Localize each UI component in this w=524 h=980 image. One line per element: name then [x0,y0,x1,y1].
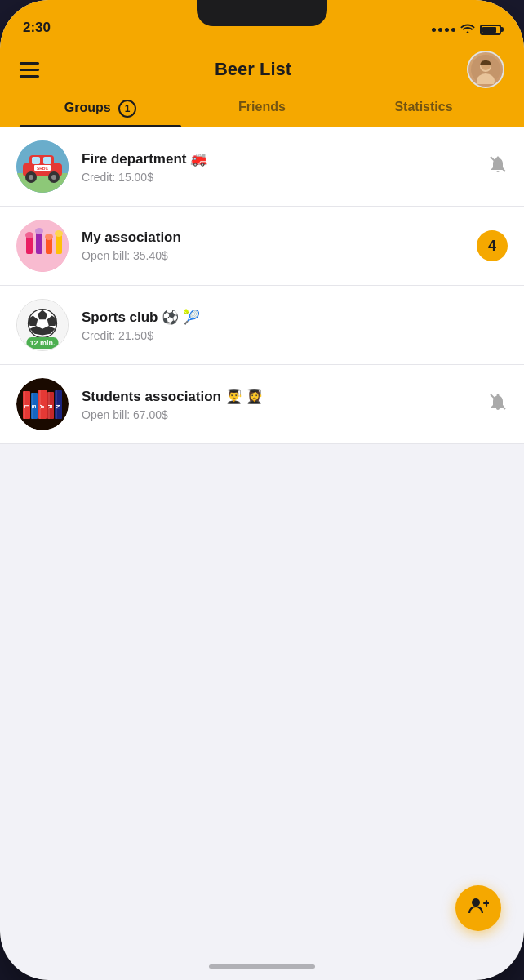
svg-rect-18 [26,236,33,254]
list-item[interactable]: 12 min. Sports club ⚽ 🎾 Credit: 21.50$ [0,286,524,365]
group-avatar-fire: SRBC [16,140,69,193]
tabs-bar: Groups 1 Friends Statistics [0,88,524,127]
group-sub: Open bill: 35.40$ [82,249,467,262]
group-avatar-assoc [16,220,69,272]
status-time: 2:30 [23,20,51,36]
svg-rect-21 [56,234,62,254]
group-avatar-students: L E A R N [16,378,69,430]
status-icons [432,23,501,36]
svg-rect-19 [36,232,42,254]
group-name: Fire department 🚒 [82,150,478,167]
svg-point-50 [472,898,480,906]
list-item[interactable]: My association Open bill: 35.40$ 4 [0,207,524,286]
tab-groups[interactable]: Groups 1 [20,100,181,127]
group-info-students: Students association 👨‍🎓 👩‍🎓 Open bill: … [82,388,478,421]
avatar-image [468,52,503,87]
notification-action-assoc[interactable]: 4 [477,230,508,261]
group-name: Sports club ⚽ 🎾 [82,309,498,326]
wifi-icon [460,23,475,36]
page-title: Beer List [215,59,291,80]
svg-point-22 [25,232,33,238]
svg-point-25 [55,230,63,237]
battery-icon [480,24,501,35]
notification-action-fire[interactable] [488,154,508,179]
signal-icon [432,28,455,32]
group-info-assoc: My association Open bill: 35.40$ [82,229,467,262]
home-indicator [209,964,315,969]
phone-screen: 2:30 [0,0,524,980]
bell-muted-icon [488,154,508,179]
group-sub: Credit: 21.50$ [82,329,498,342]
phone-frame: 2:30 [0,0,524,980]
header: Beer List [0,42,524,88]
time-badge: 12 min. [26,337,58,349]
groups-badge: 1 [118,100,136,118]
tab-statistics[interactable]: Statistics [343,100,504,127]
svg-text:SRBC: SRBC [37,166,49,171]
notification-badge: 4 [477,230,508,261]
svg-point-24 [45,234,53,240]
group-name: My association [82,229,467,246]
avatar[interactable] [467,51,504,88]
list-item[interactable]: SRBC Fire department 🚒 Credit: 15.00$ [0,127,524,207]
svg-point-11 [29,175,33,180]
svg-text:R: R [47,404,53,408]
tab-friends[interactable]: Friends [181,100,343,127]
bell-muted-icon-2 [488,392,508,416]
svg-text:L: L [24,405,29,409]
group-info-fire: Fire department 🚒 Credit: 15.00$ [82,150,478,184]
add-group-fab[interactable] [455,885,501,931]
svg-text:N: N [55,404,60,408]
group-avatar-sports: 12 min. [16,299,69,351]
group-name: Students association 👨‍🎓 👩‍🎓 [82,388,478,405]
svg-point-13 [51,175,56,180]
svg-text:A: A [39,404,45,408]
groups-list: SRBC Fire department 🚒 Credit: 15.00$ [0,127,524,444]
menu-button[interactable] [20,62,39,78]
list-item[interactable]: L E A R N Students association 👨‍🎓 👩‍🎓 [0,365,524,444]
svg-rect-8 [32,157,40,164]
group-info-sports: Sports club ⚽ 🎾 Credit: 21.50$ [82,309,498,342]
notch [197,0,327,26]
group-sub: Open bill: 67.00$ [82,408,478,421]
add-user-icon [468,897,489,920]
group-sub: Credit: 15.00$ [82,171,478,184]
svg-text:E: E [31,405,37,409]
list-container: SRBC Fire department 🚒 Credit: 15.00$ [0,127,524,980]
svg-rect-9 [43,157,51,164]
notification-action-students[interactable] [488,392,508,416]
svg-point-23 [35,228,43,234]
